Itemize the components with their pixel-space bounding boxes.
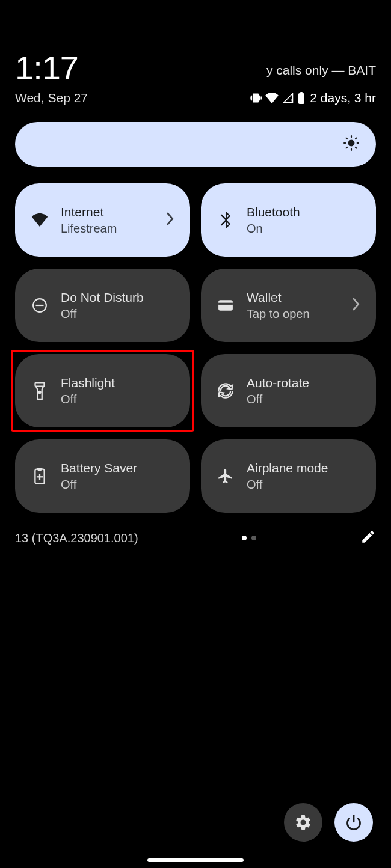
battery-saver-icon xyxy=(29,468,50,484)
tile-flashlight[interactable]: Flashlight Off xyxy=(15,354,190,427)
tile-label: Bluetooth xyxy=(247,205,300,219)
tile-label: Internet xyxy=(61,205,117,219)
status-icons: ! xyxy=(250,92,305,104)
tile-sub: Off xyxy=(61,478,137,492)
tile-sub: Off xyxy=(61,393,115,406)
settings-button[interactable] xyxy=(284,803,322,842)
tile-sub: Off xyxy=(247,478,328,492)
clock-time: 1:17 xyxy=(15,51,78,85)
tile-airplane-mode[interactable]: Airplane mode Off xyxy=(201,439,376,513)
wallet-icon xyxy=(215,299,236,311)
build-label: 13 (TQ3A.230901.001) xyxy=(15,531,138,545)
tile-sub: Lifestream xyxy=(61,222,117,236)
brightness-slider[interactable] xyxy=(15,122,376,167)
airplane-icon xyxy=(215,468,236,484)
power-button[interactable] xyxy=(334,803,373,842)
nav-handle[interactable] xyxy=(147,858,244,862)
svg-point-3 xyxy=(348,140,355,147)
tile-do-not-disturb[interactable]: Do Not Disturb Off xyxy=(15,269,190,342)
date-text: Wed, Sep 27 xyxy=(15,91,88,105)
brightness-icon xyxy=(343,135,359,153)
tile-wallet[interactable]: Wallet Tap to open xyxy=(201,269,376,342)
tile-battery-saver[interactable]: Battery Saver Off xyxy=(15,439,190,513)
auto-rotate-icon xyxy=(215,382,236,399)
tile-sub: Off xyxy=(61,307,144,321)
tile-label: Do Not Disturb xyxy=(61,290,144,305)
svg-text:!: ! xyxy=(291,97,292,103)
tile-bluetooth[interactable]: Bluetooth On xyxy=(201,183,376,257)
gear-icon xyxy=(294,813,312,831)
tile-auto-rotate[interactable]: Auto-rotate Off xyxy=(201,354,376,427)
svg-rect-11 xyxy=(38,468,42,470)
chevron-right-icon xyxy=(166,212,174,228)
pencil-icon xyxy=(360,529,376,545)
battery-estimate: 2 days, 3 hr xyxy=(310,91,376,105)
chevron-right-icon xyxy=(352,298,360,313)
power-icon xyxy=(345,814,362,831)
dnd-icon xyxy=(29,298,50,313)
carrier-text: y calls only — BAIT xyxy=(266,63,376,78)
page-indicator xyxy=(242,536,256,540)
tile-label: Wallet xyxy=(247,290,310,305)
svg-rect-2 xyxy=(300,92,303,94)
tile-sub: On xyxy=(247,222,300,236)
tile-label: Auto-rotate xyxy=(247,376,309,390)
signal-icon: ! xyxy=(282,93,294,103)
svg-point-9 xyxy=(38,391,40,393)
vibrate-icon xyxy=(250,92,262,104)
tile-label: Airplane mode xyxy=(247,461,328,475)
edit-button[interactable] xyxy=(360,529,376,547)
tile-internet[interactable]: Internet Lifestream xyxy=(15,183,190,257)
svg-rect-8 xyxy=(35,382,45,386)
svg-rect-7 xyxy=(218,303,233,305)
bluetooth-icon xyxy=(215,211,236,229)
svg-rect-1 xyxy=(298,93,304,104)
wifi-icon xyxy=(29,213,50,227)
wifi-icon xyxy=(265,93,279,103)
tile-label: Battery Saver xyxy=(61,461,137,475)
tile-sub: Off xyxy=(247,393,309,406)
svg-rect-6 xyxy=(218,300,233,310)
battery-icon xyxy=(298,92,305,104)
tile-label: Flashlight xyxy=(61,376,115,390)
tile-sub: Tap to open xyxy=(247,307,310,321)
flashlight-icon xyxy=(29,382,50,400)
